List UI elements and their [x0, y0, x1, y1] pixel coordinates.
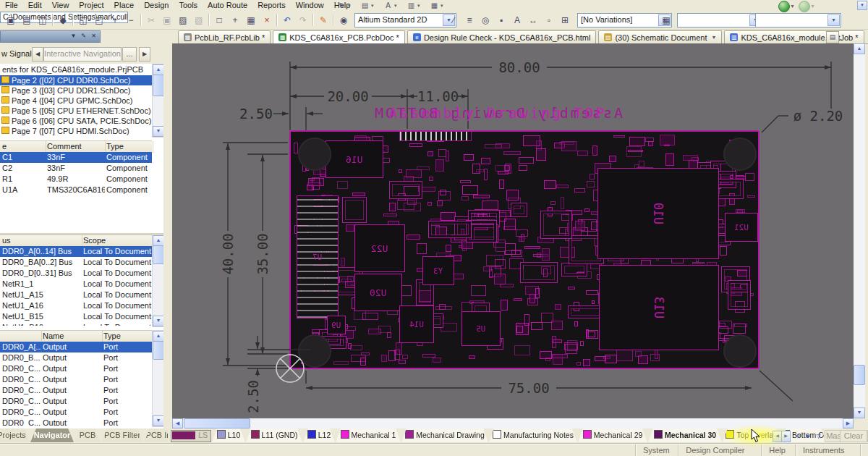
canvas-hscrollbar[interactable]: ◀ ▶ [172, 418, 854, 428]
layout-icon[interactable]: ▥ [406, 1, 417, 11]
back-button[interactable] [778, 1, 790, 12]
page-list-item[interactable]: Page 2 ([02] CPU DDR0.SchDoc) [0, 75, 152, 85]
redo-icon[interactable]: ↷ [295, 13, 311, 28]
scrollbar-thumb[interactable] [153, 245, 164, 264]
dim-bottom-width[interactable]: 75.00 [501, 381, 556, 395]
nav-back-icon[interactable]: ◀ [32, 47, 43, 62]
filter-icon[interactable]: ▽ [813, 431, 824, 442]
page-list-item[interactable]: Page 6 ([06] CPU SATA, PCIE.SchDoc) [0, 116, 152, 126]
save-icon[interactable]: ▣ [3, 13, 19, 28]
table-row[interactable]: DDR0_C...OutputPort [0, 385, 152, 396]
snap-icon[interactable]: ▦ [243, 13, 259, 28]
scroll-up-icon[interactable]: ▲ [153, 235, 164, 246]
table-row[interactable]: DDR0_B...OutputPort [0, 352, 152, 363]
table-row[interactable]: U1ATMS320C6A816xComponent [0, 185, 152, 195]
scroll-down-icon[interactable]: ▼ [854, 408, 865, 418]
chevron-down-icon[interactable]: ▼ [712, 32, 717, 43]
scrollbar-thumb[interactable] [854, 365, 865, 385]
undo-icon[interactable]: ↶ [279, 13, 295, 28]
dim-hole-diameter[interactable]: ø 2.20 [791, 109, 845, 123]
highlight-icon[interactable]: ✎ [315, 13, 331, 28]
select-rect-icon[interactable]: □ [211, 13, 227, 28]
column-header[interactable]: e [0, 141, 46, 153]
tab-list-button[interactable]: ▤ [826, 31, 839, 43]
interactive-navigation-button[interactable]: Interactive Navigation [43, 47, 122, 62]
doc-tab[interactable]: ▦KDS_C6A816x_PCB.PcbDoc * [273, 30, 405, 43]
panel-caption-bar[interactable]: ▼ ✎ ✕ [0, 30, 101, 43]
chevron-down-icon[interactable]: ▾ [417, 3, 420, 9]
copy-icon[interactable]: ▣ [159, 13, 175, 28]
scroll-down-icon[interactable]: ▼ [153, 415, 164, 426]
panel-splitter[interactable] [163, 43, 172, 428]
scroll-up-icon[interactable]: ▲ [153, 64, 164, 75]
menu-item-reports[interactable]: Reports [252, 0, 291, 12]
scrollbar-thumb[interactable] [184, 418, 250, 428]
place-line-icon[interactable]: ∕ [446, 13, 461, 28]
dim-total-width[interactable]: 80.00 [492, 60, 547, 75]
column-header[interactable] [0, 331, 42, 342]
menu-item-edit[interactable]: Edit [23, 0, 47, 12]
more-button[interactable]: ... [122, 47, 137, 62]
panel-tab-pcb-filter[interactable]: PCB Filter [101, 428, 143, 442]
table-row[interactable]: NetU1_B15Local To Document [0, 311, 152, 322]
place-pad-icon[interactable]: ▪ [493, 13, 509, 28]
layer-scroll-right-icon[interactable]: ▶ [781, 431, 791, 442]
layer-tab-mechanical-29[interactable]: Mechanical 29 [578, 428, 647, 442]
filter-combo-1[interactable]: ▼ [677, 13, 763, 28]
doc-tab[interactable]: eDesign Rule Check - KDS_C6A816x_PCB.htm… [407, 30, 597, 43]
chevron-down-icon[interactable]: ▾ [348, 3, 351, 9]
table-row[interactable]: DDR0_A[...OutputPort [0, 342, 152, 352]
browse-icon[interactable]: ◉ [336, 13, 352, 28]
chevron-down-icon[interactable]: ▾ [371, 3, 374, 9]
scrollbar-thumb[interactable] [153, 75, 164, 96]
zoom-in-icon[interactable]: + [107, 13, 123, 28]
status-button-system[interactable]: System [635, 444, 677, 456]
chevron-down-icon[interactable]: ▾ [441, 3, 443, 9]
annotate-icon[interactable]: ✎ [336, 1, 347, 11]
assembly-text[interactable]: Assembly Drawing BOTTOM Assembly Drawing… [346, 104, 650, 123]
table-row[interactable]: NetU1_B16Local To Document [0, 322, 152, 326]
doc-tab[interactable]: ▦PcbLib_RF.PcbLib * [178, 30, 271, 43]
menu-item-window[interactable]: Window [291, 0, 329, 12]
filter-combo-2[interactable]: ▼ [755, 13, 841, 28]
menu-item-view[interactable]: View [47, 0, 75, 12]
status-button-help[interactable]: Help [761, 444, 793, 456]
table-row[interactable]: DDR0_BA[0..2] BusLocal To Document [0, 257, 152, 268]
menu-item-place[interactable]: Place [109, 0, 140, 12]
scroll-down-icon[interactable]: ▼ [153, 316, 164, 326]
page-list-item[interactable]: Page 7 ([07] CPU HDMI.SchDoc) [0, 126, 152, 136]
column-header[interactable]: Comment [45, 141, 106, 153]
table-row[interactable]: NetU1_A15Local To Document [0, 290, 152, 300]
sheet-icon[interactable]: ▤ [359, 1, 370, 11]
zoom-window-icon[interactable]: ◱ [75, 13, 91, 28]
scrollbar-thumb[interactable] [153, 341, 164, 360]
dim-left-width[interactable]: 20.00 [324, 89, 372, 104]
view-3d-icon[interactable]: ◆ [55, 13, 71, 28]
close-icon[interactable]: ✕ [89, 32, 98, 41]
scroll-up-icon[interactable]: ▲ [854, 43, 865, 54]
table-row[interactable]: NetU1_A16Local To Document [0, 300, 152, 311]
dim-total-height[interactable]: 40.00 [221, 231, 235, 277]
table-row[interactable]: C233nFComponent [0, 163, 152, 174]
menu-item-project[interactable]: Project [74, 0, 109, 12]
layer-tab-manufacturing-notes[interactable]: Manufacturing Notes [489, 428, 577, 442]
duplicate-icon[interactable]: ▧ [191, 13, 207, 28]
back-dropdown-icon[interactable]: ▼ [790, 4, 795, 9]
status-button-instruments[interactable]: Instruments [795, 444, 851, 456]
nav-forward-icon[interactable]: ▶ [139, 47, 150, 62]
table-row[interactable]: NetR1_1Local To Document [0, 279, 152, 290]
scroll-down-icon[interactable]: ▼ [153, 126, 164, 137]
panel-tab-pcb[interactable]: PCB [75, 428, 101, 442]
paste-icon[interactable]: ▨ [175, 13, 191, 28]
zoom-out-icon[interactable]: − [123, 13, 139, 28]
table-row[interactable]: C133nFComponent [0, 152, 152, 163]
play-icon[interactable]: ► [803, 431, 814, 442]
dim-inner-height[interactable]: 35.00 [255, 231, 270, 277]
table-row[interactable]: DDR0_C...OutputPort [0, 396, 152, 407]
place-dimension-icon[interactable]: ↔ [525, 13, 541, 28]
page-list-item[interactable]: Page 5 ([05] CPU ETHERNET.SchDoc) [0, 106, 152, 116]
place-grid-icon[interactable]: ⊞ [557, 13, 573, 28]
column-header[interactable]: Scope [81, 235, 153, 247]
page-list-item[interactable]: Page 3 ([03] CPU DDR1.SchDoc) [0, 85, 152, 96]
column-header[interactable]: us [0, 235, 82, 247]
